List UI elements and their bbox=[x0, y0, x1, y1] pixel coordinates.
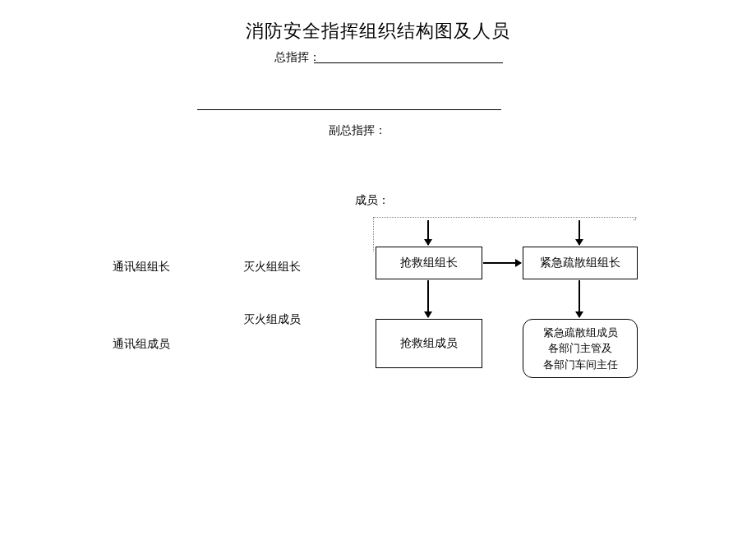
deputy-top-line bbox=[197, 109, 501, 110]
arrow-to-evac-leader bbox=[579, 220, 580, 245]
arrow-rescue-to-evac bbox=[483, 262, 521, 264]
fire-leader-label: 灭火组组长 bbox=[243, 260, 301, 274]
rescue-member-box: 抢救组成员 bbox=[376, 319, 482, 368]
communication-member-label: 通讯组成员 bbox=[113, 337, 170, 352]
evacuation-leader-box: 紧急疏散组组长 bbox=[523, 247, 638, 279]
arrow-to-rescue-leader bbox=[427, 220, 429, 245]
dotted-connector-horizontal bbox=[373, 217, 636, 218]
page-title: 消防安全指挥组织结构图及人员 bbox=[0, 19, 756, 44]
fire-member-label: 灭火组成员 bbox=[243, 312, 301, 327]
rescue-leader-box: 抢救组组长 bbox=[376, 247, 482, 279]
arrow-to-evac-member bbox=[579, 280, 580, 317]
dotted-connector-vertical bbox=[373, 217, 374, 251]
arrow-to-rescue-member bbox=[427, 280, 429, 317]
member-label: 成员： bbox=[355, 193, 390, 208]
evac-member-line3: 各部门车间主任 bbox=[543, 357, 618, 373]
evacuation-member-box: 紧急疏散组成员 各部门主管及 各部门车间主任 bbox=[523, 319, 638, 378]
evac-member-line2: 各部门主管及 bbox=[543, 340, 618, 357]
commander-underline bbox=[314, 62, 503, 63]
communication-leader-label: 通讯组组长 bbox=[113, 260, 170, 274]
deputy-commander-label: 副总指挥： bbox=[329, 123, 386, 138]
evac-member-line1: 紧急疏散组成员 bbox=[543, 325, 618, 341]
resize-handle-icon: ⌟ bbox=[633, 212, 637, 221]
